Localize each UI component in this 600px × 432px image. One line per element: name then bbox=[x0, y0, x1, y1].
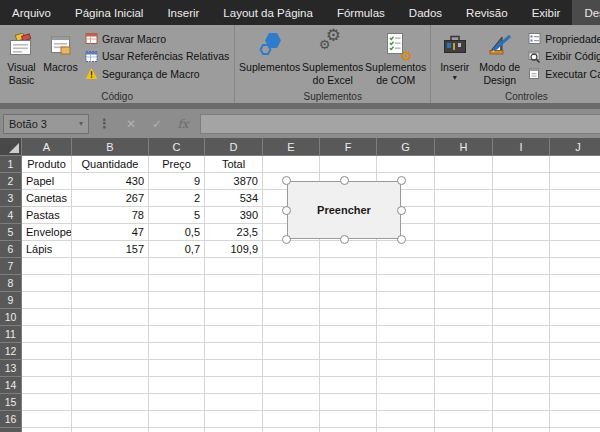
cell-I6[interactable] bbox=[493, 241, 550, 258]
column-header-F[interactable]: F bbox=[320, 138, 377, 156]
cell-F11[interactable] bbox=[320, 326, 377, 343]
cell-G1[interactable] bbox=[377, 156, 435, 173]
cell-A9[interactable] bbox=[22, 292, 72, 309]
tab-arquivo[interactable]: Arquivo bbox=[0, 0, 63, 25]
cell-C5[interactable]: 0,5 bbox=[149, 224, 205, 241]
cell-J12[interactable] bbox=[550, 343, 600, 360]
cell-I4[interactable] bbox=[493, 207, 550, 224]
row-header-6[interactable]: 6 bbox=[0, 241, 22, 258]
row-header-1[interactable]: 1 bbox=[0, 156, 22, 173]
cell-E15[interactable] bbox=[263, 394, 320, 411]
cell-H5[interactable] bbox=[435, 224, 493, 241]
shape-handle-se[interactable] bbox=[397, 235, 406, 244]
cell-I9[interactable] bbox=[493, 292, 550, 309]
cell-F17[interactable] bbox=[320, 428, 377, 432]
cell-B9[interactable] bbox=[72, 292, 149, 309]
cell-B15[interactable] bbox=[72, 394, 149, 411]
row-header-10[interactable]: 10 bbox=[0, 309, 22, 326]
cell-H10[interactable] bbox=[435, 309, 493, 326]
row-header-17[interactable]: 17 bbox=[0, 428, 22, 432]
form-button[interactable]: Preencher bbox=[287, 181, 401, 239]
cell-A4[interactable]: Pastas bbox=[22, 207, 72, 224]
cell-D8[interactable] bbox=[205, 275, 263, 292]
cell-J3[interactable] bbox=[550, 190, 600, 207]
cell-G10[interactable] bbox=[377, 309, 435, 326]
cell-D12[interactable] bbox=[205, 343, 263, 360]
cell-J14[interactable] bbox=[550, 377, 600, 394]
suplementos-excel-button[interactable]: ⚙ ⚙ Suplementos do Excel bbox=[301, 27, 364, 86]
cell-H7[interactable] bbox=[435, 258, 493, 275]
cell-F10[interactable] bbox=[320, 309, 377, 326]
cell-J9[interactable] bbox=[550, 292, 600, 309]
cell-F13[interactable] bbox=[320, 360, 377, 377]
cell-B1[interactable]: Quantidade bbox=[72, 156, 149, 173]
cell-I16[interactable] bbox=[493, 411, 550, 428]
row-header-4[interactable]: 4 bbox=[0, 207, 22, 224]
tab-fórmulas[interactable]: Fórmulas bbox=[325, 0, 397, 25]
cell-I14[interactable] bbox=[493, 377, 550, 394]
cell-D2[interactable]: 3870 bbox=[205, 173, 263, 190]
cell-H1[interactable] bbox=[435, 156, 493, 173]
cell-E17[interactable] bbox=[263, 428, 320, 432]
cell-B10[interactable] bbox=[72, 309, 149, 326]
cell-A7[interactable] bbox=[22, 258, 72, 275]
cell-H11[interactable] bbox=[435, 326, 493, 343]
cell-A10[interactable] bbox=[22, 309, 72, 326]
cell-J11[interactable] bbox=[550, 326, 600, 343]
suplementos-com-button[interactable]: ⚙ Suplementos de COM bbox=[364, 27, 427, 86]
row-header-2[interactable]: 2 bbox=[0, 173, 22, 190]
cell-F1[interactable] bbox=[320, 156, 377, 173]
cell-E16[interactable] bbox=[263, 411, 320, 428]
tab-dados[interactable]: Dados bbox=[397, 0, 454, 25]
cell-I2[interactable] bbox=[493, 173, 550, 190]
cell-A16[interactable] bbox=[22, 411, 72, 428]
cell-D17[interactable] bbox=[205, 428, 263, 432]
cell-A5[interactable]: Envelopes bbox=[22, 224, 72, 241]
cell-J4[interactable] bbox=[550, 207, 600, 224]
shape-handle-ne[interactable] bbox=[397, 176, 406, 185]
cell-A8[interactable] bbox=[22, 275, 72, 292]
cell-J15[interactable] bbox=[550, 394, 600, 411]
cell-B3[interactable]: 267 bbox=[72, 190, 149, 207]
cell-J7[interactable] bbox=[550, 258, 600, 275]
cell-G14[interactable] bbox=[377, 377, 435, 394]
cell-C11[interactable] bbox=[149, 326, 205, 343]
cell-D7[interactable] bbox=[205, 258, 263, 275]
cell-F8[interactable] bbox=[320, 275, 377, 292]
cell-H2[interactable] bbox=[435, 173, 493, 190]
cell-D14[interactable] bbox=[205, 377, 263, 394]
cell-I3[interactable] bbox=[493, 190, 550, 207]
cell-H12[interactable] bbox=[435, 343, 493, 360]
cell-B12[interactable] bbox=[72, 343, 149, 360]
cell-I5[interactable] bbox=[493, 224, 550, 241]
cell-I11[interactable] bbox=[493, 326, 550, 343]
usar-referencias-button[interactable]: Usar Referências Relativas bbox=[85, 48, 229, 66]
confirm-icon[interactable]: ✓ bbox=[144, 117, 170, 131]
cell-I8[interactable] bbox=[493, 275, 550, 292]
cell-H9[interactable] bbox=[435, 292, 493, 309]
column-header-I[interactable]: I bbox=[493, 138, 550, 156]
cell-F7[interactable] bbox=[320, 258, 377, 275]
cell-I17[interactable] bbox=[493, 428, 550, 432]
cell-G16[interactable] bbox=[377, 411, 435, 428]
cell-J13[interactable] bbox=[550, 360, 600, 377]
cell-C9[interactable] bbox=[149, 292, 205, 309]
cell-E14[interactable] bbox=[263, 377, 320, 394]
cell-B13[interactable] bbox=[72, 360, 149, 377]
cell-B2[interactable]: 430 bbox=[72, 173, 149, 190]
visual-basic-button[interactable]: Visual Basic bbox=[3, 27, 40, 86]
cell-H3[interactable] bbox=[435, 190, 493, 207]
cell-E7[interactable] bbox=[263, 258, 320, 275]
cell-D6[interactable]: 109,9 bbox=[205, 241, 263, 258]
column-header-A[interactable]: A bbox=[22, 138, 72, 156]
cell-J5[interactable] bbox=[550, 224, 600, 241]
column-header-H[interactable]: H bbox=[435, 138, 493, 156]
cell-D13[interactable] bbox=[205, 360, 263, 377]
inserir-button[interactable]: Inserir ▾ bbox=[434, 27, 475, 82]
cell-B8[interactable] bbox=[72, 275, 149, 292]
cell-C1[interactable]: Preço bbox=[149, 156, 205, 173]
cell-D15[interactable] bbox=[205, 394, 263, 411]
cell-E10[interactable] bbox=[263, 309, 320, 326]
tab-layout-da-página[interactable]: Layout da Página bbox=[211, 0, 325, 25]
cell-E1[interactable] bbox=[263, 156, 320, 173]
